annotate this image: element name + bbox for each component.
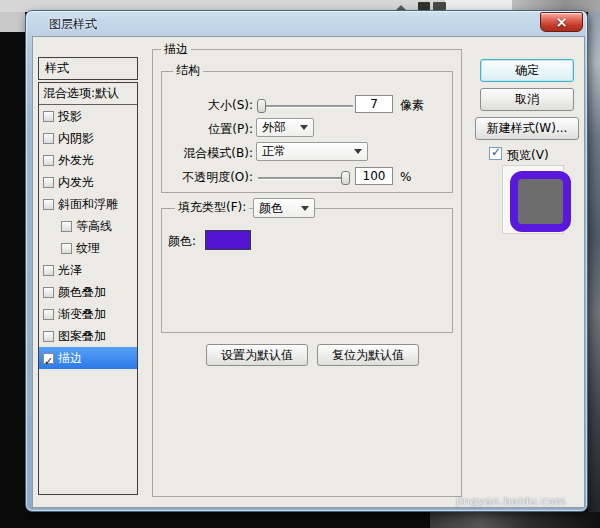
sidebar-item-label: 内阴影	[58, 127, 94, 149]
sidebar-item-11[interactable]: 图案叠加	[39, 325, 137, 347]
unchecked-checkbox-icon[interactable]	[43, 111, 54, 122]
styles-list: 混合选项:默认投影内阴影外发光内发光斜面和浮雕等高线纹理光泽颜色叠加渐变叠加图案…	[38, 82, 138, 495]
preview-checkbox[interactable]	[489, 147, 502, 160]
chevron-down-icon	[300, 125, 308, 130]
background-left-patch	[0, 12, 25, 32]
screenshot-root: 图层样式 × 样式 混合选项:默认投影内阴影外发光内发光斜面和浮雕等高线纹理光泽…	[0, 0, 600, 528]
dialog-title: 图层样式	[49, 16, 97, 33]
background-mini-icon	[433, 2, 446, 10]
preview-checkbox-label: 预览(V)	[507, 147, 549, 164]
sidebar-item-label: 图案叠加	[58, 325, 106, 347]
sidebar-item-label: 描边	[58, 347, 82, 369]
blend-mode-label: 混合模式(B):	[157, 145, 253, 162]
reset-default-button[interactable]: 复位为默认值	[317, 344, 419, 366]
sidebar-item-2[interactable]: 内阴影	[39, 127, 137, 149]
chevron-down-icon	[301, 206, 309, 211]
unchecked-checkbox-icon[interactable]	[43, 133, 54, 144]
sidebar-item-label: 颜色叠加	[58, 281, 106, 303]
opacity-slider-thumb[interactable]	[341, 171, 350, 185]
sidebar-item-9[interactable]: 颜色叠加	[39, 281, 137, 303]
size-label: 大小(S):	[157, 97, 253, 114]
opacity-slider-track[interactable]	[258, 177, 350, 179]
background-mini-icon	[418, 2, 430, 10]
sidebar-item-label: 投影	[58, 105, 82, 127]
unchecked-checkbox-icon[interactable]	[43, 177, 54, 188]
chevron-down-icon	[354, 149, 362, 154]
size-slider-track[interactable]	[258, 105, 353, 107]
sidebar-item-8[interactable]: 光泽	[39, 259, 137, 281]
stroke-color-label: 颜色:	[168, 233, 196, 250]
unchecked-checkbox-icon[interactable]	[43, 155, 54, 166]
opacity-label: 不透明度(O):	[157, 169, 253, 186]
checked-checkbox-icon[interactable]	[43, 353, 54, 364]
fill-type-label: 填充类型(F):	[175, 200, 249, 214]
unchecked-checkbox-icon[interactable]	[43, 265, 54, 276]
ok-button[interactable]: 确定	[480, 59, 574, 82]
sidebar-item-label: 等高线	[76, 215, 112, 237]
blend-mode-value: 正常	[262, 143, 286, 160]
opacity-unit-label: %	[400, 170, 411, 184]
layer-style-dialog: 图层样式 × 样式 混合选项:默认投影内阴影外发光内发光斜面和浮雕等高线纹理光泽…	[25, 10, 588, 512]
position-dropdown[interactable]: 外部	[256, 118, 314, 137]
new-style-button[interactable]: 新建样式(W)...	[475, 117, 579, 140]
sidebar-item-12[interactable]: 描边	[39, 347, 137, 369]
set-default-button[interactable]: 设置为默认值	[206, 344, 308, 366]
close-icon: ×	[556, 15, 568, 29]
stroke-color-swatch[interactable]	[205, 230, 251, 250]
sidebar-item-4[interactable]: 内发光	[39, 171, 137, 193]
position-value: 外部	[262, 119, 286, 136]
unchecked-checkbox-icon[interactable]	[43, 309, 54, 320]
titlebar[interactable]: 图层样式 ×	[26, 11, 587, 36]
unchecked-checkbox-icon[interactable]	[43, 199, 54, 210]
preview-thumbnail-panel	[502, 165, 564, 234]
blend-mode-dropdown[interactable]: 正常	[256, 142, 368, 161]
sidebar-item-5[interactable]: 斜面和浮雕	[39, 193, 137, 215]
unchecked-checkbox-icon[interactable]	[61, 221, 72, 232]
sidebar-item-label: 外发光	[58, 149, 94, 171]
sidebar-item-1[interactable]: 投影	[39, 105, 137, 127]
sidebar-item-0[interactable]: 混合选项:默认	[39, 83, 137, 105]
unchecked-checkbox-icon[interactable]	[43, 287, 54, 298]
watermark-text: jingyan.baidu.com	[456, 495, 566, 508]
unchecked-checkbox-icon[interactable]	[43, 331, 54, 342]
styles-header: 样式	[38, 57, 138, 80]
sidebar-item-label: 斜面和浮雕	[58, 193, 118, 215]
unchecked-checkbox-icon[interactable]	[61, 243, 72, 254]
sidebar-item-10[interactable]: 渐变叠加	[39, 303, 137, 325]
dialog-client-area: 样式 混合选项:默认投影内阴影外发光内发光斜面和浮雕等高线纹理光泽颜色叠加渐变叠…	[32, 36, 585, 508]
structure-group-title: 结构	[173, 63, 203, 77]
position-label: 位置(P):	[157, 121, 253, 138]
sidebar-item-7[interactable]: 纹理	[39, 237, 137, 259]
preview-thumbnail-shape	[510, 171, 571, 232]
sidebar-item-3[interactable]: 外发光	[39, 149, 137, 171]
sidebar-item-6[interactable]: 等高线	[39, 215, 137, 237]
background-bottom-strip	[430, 512, 600, 528]
background-right-strip	[588, 12, 600, 512]
sidebar-item-label: 光泽	[58, 259, 82, 281]
close-button[interactable]: ×	[540, 12, 583, 32]
stroke-panel-title: 描边	[161, 42, 191, 56]
size-input[interactable]	[355, 95, 393, 113]
cancel-button[interactable]: 取消	[480, 88, 574, 111]
sidebar-item-label: 纹理	[76, 237, 100, 259]
opacity-input[interactable]	[355, 167, 393, 185]
sidebar-item-label: 渐变叠加	[58, 303, 106, 325]
sidebar-item-label: 混合选项:默认	[43, 83, 119, 104]
size-unit-label: 像素	[400, 97, 424, 114]
fill-type-value: 颜色	[259, 200, 283, 217]
sidebar-item-label: 内发光	[58, 171, 94, 193]
size-slider-thumb[interactable]	[257, 99, 266, 113]
stroke-panel: 描边 结构 大小(S): 像素 位置(P): 外部 混合模式(B): 正常	[152, 49, 462, 497]
fill-type-group	[161, 208, 453, 333]
fill-type-dropdown[interactable]: 颜色	[253, 198, 315, 218]
